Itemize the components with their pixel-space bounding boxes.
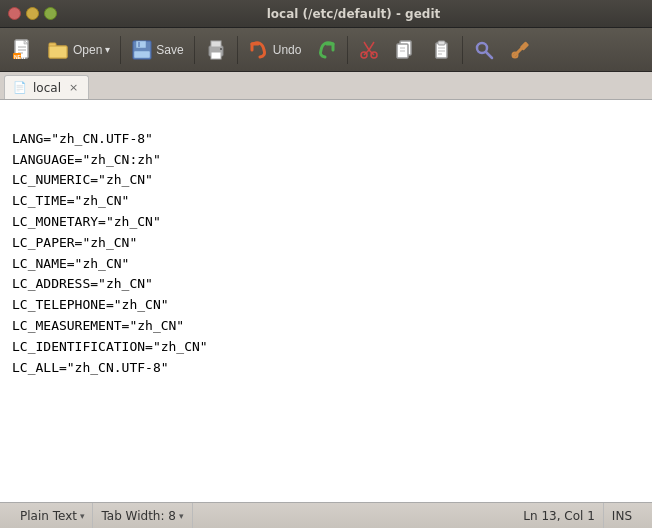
maximize-button[interactable] (44, 7, 57, 20)
save-label: Save (156, 43, 183, 57)
undo-button[interactable]: Undo (242, 32, 308, 68)
redo-icon (315, 39, 337, 61)
tab-file-icon: 📄 (13, 81, 27, 94)
language-dropdown[interactable]: Plain Text ▾ (20, 509, 84, 523)
toolbar: NEW Open ▾ Save (0, 28, 652, 72)
window-title: local (/etc/default) - gedit (63, 7, 644, 21)
tools-button[interactable] (503, 32, 537, 68)
paste-icon (430, 39, 452, 61)
window-controls (8, 7, 57, 20)
toolbar-separator-4 (347, 36, 348, 64)
open-icon (48, 39, 70, 61)
toolbar-separator-3 (237, 36, 238, 64)
search-icon (473, 39, 495, 61)
svg-rect-12 (136, 41, 146, 48)
statusbar: Plain Text ▾ Tab Width: 8 ▾ Ln 13, Col 1… (0, 502, 652, 528)
svg-line-35 (486, 52, 492, 58)
editor-area[interactable]: LANG="zh_CN.UTF-8" LANGUAGE="zh_CN:zh" L… (0, 100, 652, 502)
tab-name: local (33, 81, 61, 95)
new-button[interactable]: NEW (6, 32, 40, 68)
toolbar-separator-2 (194, 36, 195, 64)
svg-rect-14 (134, 51, 150, 58)
undo-icon (248, 39, 270, 61)
print-button[interactable] (199, 32, 233, 68)
scissors-icon (358, 39, 380, 61)
tabbar: 📄 local × (0, 72, 652, 100)
titlebar: local (/etc/default) - gedit (0, 0, 652, 28)
tab-close-button[interactable]: × (69, 81, 78, 94)
language-label: Plain Text (20, 509, 77, 523)
svg-rect-30 (438, 41, 445, 45)
editor-content: LANG="zh_CN.UTF-8" LANGUAGE="zh_CN:zh" L… (12, 131, 208, 375)
svg-rect-10 (49, 46, 67, 58)
svg-line-23 (364, 42, 369, 50)
svg-rect-16 (211, 41, 221, 47)
new-icon: NEW (12, 39, 34, 61)
tab-width-label: Tab Width: 8 (101, 509, 175, 523)
redo-button[interactable] (309, 32, 343, 68)
save-button[interactable]: Save (125, 32, 189, 68)
cursor-position: Ln 13, Col 1 (523, 509, 595, 523)
open-arrow: ▾ (105, 44, 110, 55)
status-tab-section: Tab Width: 8 ▾ (93, 503, 192, 528)
status-ins-section: INS (604, 503, 640, 528)
insert-mode: INS (612, 509, 632, 523)
print-icon (205, 39, 227, 61)
svg-line-24 (369, 42, 374, 50)
status-language-section: Plain Text ▾ (12, 503, 93, 528)
svg-text:NEW: NEW (14, 54, 26, 60)
tab-width-dropdown[interactable]: Tab Width: 8 ▾ (101, 509, 183, 523)
open-label: Open (73, 43, 102, 57)
close-button[interactable] (8, 7, 21, 20)
search-button[interactable] (467, 32, 501, 68)
status-position-section: Ln 13, Col 1 (515, 503, 604, 528)
language-arrow: ▾ (80, 511, 85, 521)
svg-rect-18 (220, 48, 222, 50)
svg-rect-13 (138, 42, 140, 47)
undo-label: Undo (273, 43, 302, 57)
minimize-button[interactable] (26, 7, 39, 20)
paste-button[interactable] (424, 32, 458, 68)
copy-icon (394, 39, 416, 61)
tools-icon (509, 39, 531, 61)
tab-width-arrow: ▾ (179, 511, 184, 521)
open-button[interactable]: Open ▾ (42, 32, 116, 68)
tab-local[interactable]: 📄 local × (4, 75, 89, 99)
svg-rect-17 (211, 52, 221, 59)
toolbar-separator-5 (462, 36, 463, 64)
toolbar-separator-1 (120, 36, 121, 64)
cut-button[interactable] (352, 32, 386, 68)
save-icon (131, 39, 153, 61)
copy-button[interactable] (388, 32, 422, 68)
